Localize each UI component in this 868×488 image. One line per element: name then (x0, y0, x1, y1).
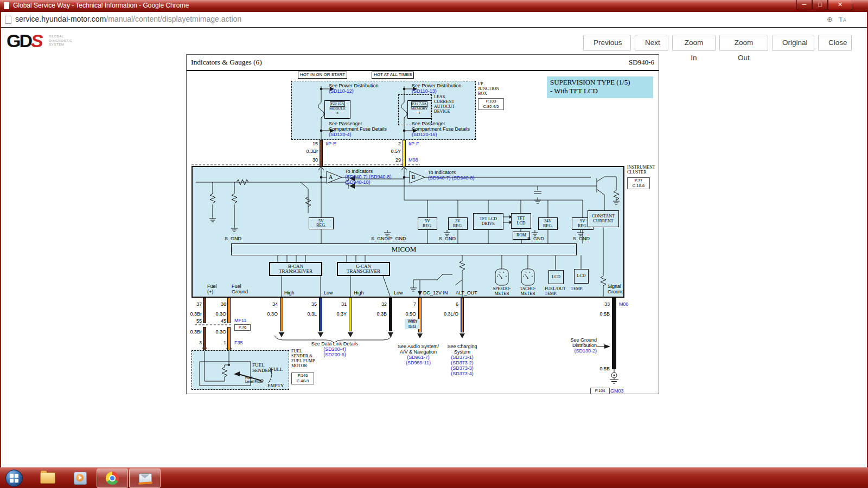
pin-high-1: High (284, 290, 295, 296)
pin-fuel-ground-label: FuelGround (232, 284, 248, 294)
ch-link3[interactable]: (SD373-3) (451, 365, 474, 371)
dl-link2[interactable]: (SD200-6) (323, 352, 346, 357)
power-dist-note-2: See Power Distribution(SD110-13) (412, 83, 462, 94)
wire-yellow-ccan-high (349, 298, 352, 331)
original-button[interactable]: Original (772, 35, 814, 51)
fd2-l2: Compartment Fuse Details (412, 126, 470, 132)
translate-icon[interactable]: ƬA (839, 15, 846, 23)
gd-link[interactable]: (SD130-2) (574, 348, 597, 354)
fuel-level-float-label: FuelLevel Float (245, 376, 263, 384)
url-text[interactable]: service.hyundai-motor.com/manual/content… (15, 15, 241, 23)
tft-lcd-drive-box: TFT LCD DRIVE (473, 213, 503, 230)
start-flag-cell2 (15, 474, 18, 478)
fuse-details-link-2[interactable]: (SD120-16) (412, 132, 437, 137)
close-viewer-button[interactable]: Close (818, 35, 852, 51)
au-link1[interactable]: (SD961-7) (407, 355, 430, 360)
toind-a-link2[interactable]: (SD940-10) (345, 179, 371, 185)
pin-38: 38 (215, 301, 226, 307)
pin-34: 34 (266, 301, 278, 307)
window-titlebar: Global Service Way - Technical Informati… (0, 0, 868, 12)
pin-45: 45 (215, 318, 226, 324)
conn-m08-top: M08 (409, 157, 418, 163)
constcur-text: CONSTANT CURRENT (589, 214, 618, 223)
zoom-page-icon[interactable]: ⊕ (827, 15, 833, 23)
conn-f35: F35 (234, 340, 243, 345)
au-link2[interactable]: (SD969-11) (406, 360, 431, 365)
gauge-03y: 0.3Y (331, 311, 347, 317)
pin-signal-ground-label: SignalGround (608, 284, 624, 294)
dl-link1[interactable]: (SD200-4) (323, 346, 346, 352)
hot-at-all-times-label: HOT AT ALL TIMES (372, 72, 414, 79)
fd1-l1: See Passenger (329, 121, 362, 126)
toind-a-link1[interactable]: (SD940-7) (SD940-8) (345, 174, 392, 179)
gauge-03lo: 0.3L/O (440, 311, 458, 317)
ccan-text: C-CAN TRANSCEIVER (342, 264, 385, 274)
sgnd-pgnd-label: S_GND/P_GND (371, 236, 406, 241)
fuse-f23-number: 6 (325, 111, 350, 115)
charging-note: See ChargingSystem(SD373-1)(SD373-2)(SD3… (444, 344, 480, 376)
next-button[interactable]: Next (635, 35, 668, 51)
zoom-out-button[interactable]: Zoom Out (719, 35, 768, 51)
ground-dist-note: See GroundDistribution(SD130-2) (559, 337, 597, 354)
restore-button[interactable]: □ (812, 0, 828, 10)
wire-black-ccan-low (389, 298, 392, 331)
sg-l2: Ground (608, 289, 624, 294)
gds-sub2: DIAGNOSTIC (49, 39, 72, 43)
start-flag-icon (10, 474, 14, 478)
speedometer-label: SPEEDO-METER (488, 287, 516, 297)
url-bar[interactable]: service.hyundai-motor.com/manual/content… (0, 12, 868, 28)
url-path: /manual/content/displayetmimage.action (106, 15, 241, 23)
mf11-ref-box: P.76 (234, 324, 251, 331)
reg-5v-box-2: 5V REG. (418, 217, 437, 230)
pin-2: 2 (390, 141, 401, 146)
toind-b-link1[interactable]: (SD940-7) (SD940-8) (428, 175, 475, 181)
fuel-sender-label: FUELSENDER (252, 362, 271, 373)
wire-brown-ipe (320, 140, 323, 167)
fd2-l1: See Passenger (412, 121, 445, 126)
gds-logo-s: S (31, 30, 43, 51)
window-border-left (0, 12, 1, 467)
close-button[interactable]: × (828, 0, 852, 10)
pin-3: 3 (191, 340, 202, 345)
ic-conn: C.10-6 (628, 183, 649, 189)
pin-15: 15 (307, 141, 318, 146)
gauge-03br-2: 0.3Br (188, 329, 202, 335)
pin-29: 29 (390, 157, 401, 163)
fuse-details-link-1[interactable]: (SD120-4) (329, 132, 352, 137)
gauge-03o-1: 0.3O (212, 311, 226, 317)
ch-l1: See Charging (447, 344, 477, 349)
wire-blueorange-altout (461, 298, 464, 332)
reg3-text: 3V REG. (451, 219, 464, 228)
ch-link4[interactable]: (SD373-4) (451, 371, 474, 376)
power-dist-link-1[interactable]: (SD110-12) (329, 88, 354, 94)
minimize-button[interactable]: ─ (796, 0, 812, 10)
gauge-05b-2: 0.5B (595, 366, 610, 371)
mail-taskbar-button[interactable] (129, 468, 161, 488)
start-flag-cell3 (10, 479, 14, 483)
fuel-pump-motor-label: FUELSENDER &FUEL PUMPMOTOR (291, 349, 315, 369)
full-label: FULL (271, 367, 283, 372)
to-indicators-b: To Indicators(SD940-7) (SD940-8) (428, 170, 475, 181)
ch-link1[interactable]: (SD373-1) (451, 355, 474, 360)
tachometer-label: TACHO-METER (514, 287, 541, 297)
pin-30: 30 (307, 157, 318, 163)
chrome-taskbar-button[interactable] (97, 468, 128, 488)
power-dist-link-2[interactable]: (SD110-13) (412, 88, 437, 94)
leak-l4: DEVICE (434, 110, 455, 114)
sgnd-left-label: S_GND (225, 236, 241, 241)
lcd-box-2: LCD (574, 269, 589, 284)
media-player-taskbar-icon[interactable] (74, 472, 87, 485)
fuse-details-note-1: See PassengerCompartment Fuse Details(SD… (329, 121, 387, 137)
explorer-taskbar-icon[interactable] (40, 472, 55, 484)
ch-link2[interactable]: (SD373-2) (451, 360, 474, 365)
window-doc-icon (4, 2, 9, 9)
fsp-ref: P.146 (292, 373, 313, 378)
pin-35: 35 (305, 301, 317, 307)
gauge-05y: 0.5Y (381, 149, 401, 154)
zoom-in-button[interactable]: Zoom In (672, 35, 716, 51)
ground-ref-box: P.104 (590, 388, 610, 394)
start-button[interactable] (5, 470, 23, 487)
pin-33: 33 (598, 301, 610, 307)
ip-junction-label: I/PJUNCTIONBOX (478, 82, 499, 97)
previous-button[interactable]: Previous (583, 35, 631, 51)
